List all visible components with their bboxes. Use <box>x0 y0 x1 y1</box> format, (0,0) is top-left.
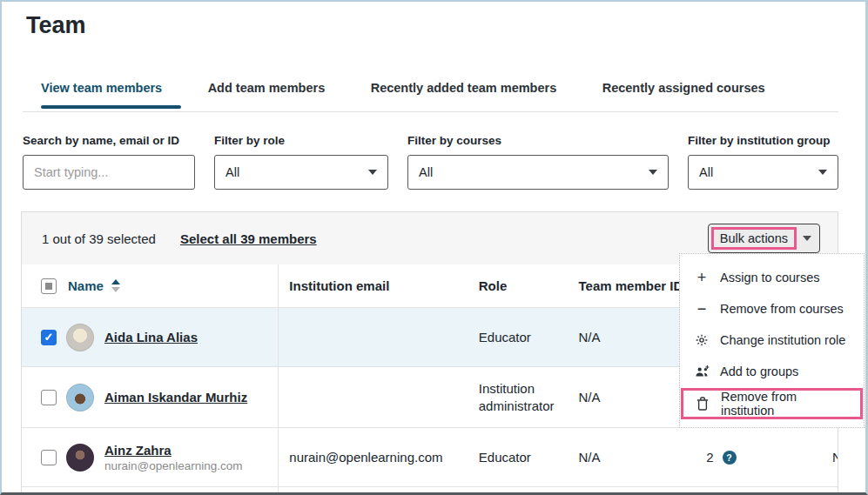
name-column-header[interactable]: Name <box>68 278 104 293</box>
chevron-down-icon <box>368 170 377 175</box>
filter-bar: Search by name, email or ID Filter by ro… <box>23 134 838 190</box>
page-title: Team <box>26 12 86 39</box>
next-column-partial: N <box>780 428 838 486</box>
role-select-value: All <box>225 165 239 179</box>
chevron-down-icon <box>803 236 811 241</box>
institution-email-cell: nurain@openlearning.com <box>279 428 471 486</box>
menu-item-label: Remove from courses <box>720 302 844 316</box>
member-name-link[interactable]: Ainz Zahra <box>104 443 243 458</box>
courses-count: 2 <box>706 450 713 465</box>
menu-item-label: Remove from institution <box>721 390 851 418</box>
role-column-header: Role <box>472 264 568 307</box>
institution-email-column-header: Institution email <box>279 264 471 307</box>
menu-item-remove-from-institution[interactable]: Remove from institution <box>681 388 863 419</box>
minus-icon: − <box>693 300 710 318</box>
sort-toggle[interactable] <box>111 279 120 292</box>
team-page: Team View team members Add team members … <box>0 0 868 495</box>
tab-view-team-members[interactable]: View team members <box>41 81 181 107</box>
menu-item-assign-to-courses[interactable]: + Assign to courses <box>680 262 864 293</box>
plus-icon: + <box>693 269 710 287</box>
chevron-down-icon <box>649 170 657 175</box>
avatar <box>66 384 94 411</box>
group-add-icon <box>693 365 710 378</box>
help-icon[interactable]: ? <box>723 451 737 465</box>
role-select[interactable]: All <box>214 155 388 190</box>
institution-group-filter-label: Filter by institution group <box>688 134 838 147</box>
menu-item-label: Add to groups <box>720 365 798 378</box>
avatar <box>66 324 94 351</box>
team-member-id-cell: N/A <box>568 428 685 486</box>
menu-item-remove-from-courses[interactable]: − Remove from courses <box>680 293 864 324</box>
institution-group-select-value: All <box>699 165 713 179</box>
team-member-id-column-header: Team member ID <box>568 264 685 307</box>
table-row: Ainz Zahra nurain@openlearning.com nurai… <box>22 428 838 487</box>
row-checkbox[interactable] <box>41 330 57 345</box>
sort-asc-icon <box>111 279 120 284</box>
gear-icon <box>693 333 710 347</box>
search-filter: Search by name, email or ID <box>23 134 195 190</box>
institution-email-cell <box>279 308 471 366</box>
search-label: Search by name, email or ID <box>23 134 195 147</box>
chevron-down-icon <box>818 170 827 175</box>
row-checkbox[interactable] <box>41 450 57 465</box>
courses-filter-label: Filter by courses <box>407 134 669 147</box>
table-row <box>22 487 838 493</box>
role-filter-label: Filter by role <box>214 134 388 147</box>
trash-icon <box>694 397 711 411</box>
courses-select[interactable]: All <box>407 155 669 190</box>
institution-group-select[interactable]: All <box>688 155 838 190</box>
role-cell: Institution administrator <box>472 367 568 427</box>
bulk-actions-button[interactable]: Bulk actions <box>708 224 820 253</box>
tab-bar: View team members Add team members Recen… <box>23 80 838 112</box>
menu-item-add-to-groups[interactable]: Add to groups <box>680 356 864 387</box>
select-all-link[interactable]: Select all 39 members <box>180 231 317 246</box>
search-input[interactable] <box>34 165 184 179</box>
avatar <box>66 444 94 472</box>
menu-item-label: Assign to courses <box>720 271 819 284</box>
sort-desc-icon <box>111 287 120 292</box>
selection-status: 1 out of 39 selected <box>42 231 156 246</box>
member-name-link[interactable]: Aida Lina Alias <box>104 330 198 344</box>
bulk-actions-menu: + Assign to courses − Remove from course… <box>679 253 865 428</box>
select-all-checkbox[interactable] <box>41 278 57 294</box>
tab-add-team-members[interactable]: Add team members <box>208 81 345 107</box>
row-checkbox[interactable] <box>41 390 57 405</box>
member-email-subtext: nurain@openlearning.com <box>104 459 243 472</box>
member-name-link[interactable]: Aiman Iskandar Murhiz <box>104 390 247 405</box>
menu-item-change-institution-role[interactable]: Change institution role <box>680 324 864 356</box>
team-member-id-cell: N/A <box>568 367 685 427</box>
courses-filter: Filter by courses All <box>407 134 669 190</box>
courses-select-value: All <box>419 165 433 179</box>
team-member-id-cell: N/A <box>568 308 685 366</box>
tab-recently-assigned-courses[interactable]: Recently assigned courses <box>602 81 784 107</box>
role-filter: Filter by role All <box>214 134 388 190</box>
bulk-actions-label: Bulk actions <box>711 227 797 250</box>
institution-email-cell <box>279 367 471 427</box>
menu-item-label: Change institution role <box>720 333 845 347</box>
tab-recently-added-team-members[interactable]: Recently added team members <box>371 81 576 107</box>
institution-group-filter: Filter by institution group All <box>688 134 838 190</box>
role-cell: Educator <box>472 308 568 366</box>
role-cell: Educator <box>472 428 568 486</box>
